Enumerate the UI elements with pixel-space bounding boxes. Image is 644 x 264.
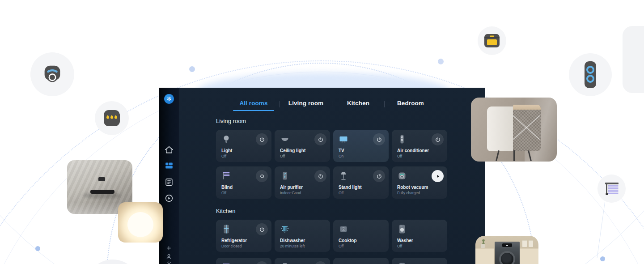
power-button[interactable] (256, 261, 268, 264)
power-button[interactable] (373, 170, 385, 182)
device-card-stand-light[interactable]: Stand lightOff (333, 166, 389, 199)
device-grid: RefrigeratorDoor closedDishwasher20 minu… (216, 220, 447, 252)
device-name: Dishwasher (280, 238, 305, 243)
add-icon[interactable] (165, 244, 173, 252)
open-close-button[interactable] (256, 170, 268, 182)
stand-light-icon (338, 170, 349, 181)
device-name: Light (221, 148, 232, 153)
decor-dot (438, 59, 444, 64)
dashboard-icon[interactable] (164, 161, 174, 170)
decor-dot (35, 246, 40, 251)
device-name: Refrigerator (221, 238, 247, 243)
device-card-blind[interactable]: BlindOff (216, 166, 271, 199)
robot-vacuum-icon (397, 170, 407, 181)
room-tabs: All roomsLiving roomKitchenBedroom (179, 98, 485, 111)
air-purifier-icon (280, 170, 290, 181)
section-living-room: Living roomLightOffCeiling lightOffTVOnA… (216, 118, 447, 199)
device-name: Air purifier (280, 185, 303, 190)
device-card-air-purifier[interactable]: Air purifierIndoor:Good (275, 166, 330, 199)
washer-icon (397, 262, 407, 264)
page: ✻ (0, 0, 644, 264)
blind-icon (597, 175, 626, 203)
power-button[interactable] (256, 223, 268, 235)
stand-light-icon (280, 262, 290, 264)
lamp-photo (118, 202, 163, 243)
device-card-washer[interactable]: WasherOff (392, 220, 447, 252)
device-name: Air conditioner (397, 148, 429, 153)
active-tab-underline (233, 110, 274, 111)
device-name: Stand light (339, 185, 362, 190)
decor-dot (600, 256, 605, 261)
play-button[interactable] (432, 170, 444, 182)
power-button[interactable] (314, 261, 326, 264)
power-button[interactable] (432, 133, 444, 145)
washer-icon (397, 224, 407, 234)
home-icon[interactable] (164, 145, 174, 155)
device-card-air-conditioner[interactable]: Air conditionerOff (392, 130, 447, 162)
power-button[interactable] (314, 170, 326, 182)
washer-photo (475, 236, 538, 264)
media-play-icon[interactable] (164, 193, 174, 203)
devices-list-icon[interactable] (164, 177, 174, 187)
device-card-dishwasher[interactable]: Dishwasher20 minutes left (275, 220, 330, 252)
device-card-refrigerator[interactable]: RefrigeratorDoor closed (216, 220, 271, 252)
tab-living-room[interactable]: Living room (280, 98, 332, 111)
cooktop-icon (338, 224, 349, 234)
section-title: Living room (216, 118, 447, 124)
device-status: Off (397, 244, 402, 248)
device-status: Off (397, 154, 402, 158)
device-card[interactable] (216, 258, 271, 264)
device-status: Off (280, 154, 285, 158)
device-name: Robot vacuum (397, 185, 428, 190)
robot-vacuum-icon (30, 52, 74, 96)
tab-label: Living room (288, 100, 323, 106)
device-grid (216, 258, 447, 264)
device-status: Off (339, 244, 343, 248)
device-card[interactable] (392, 258, 447, 264)
remote-icon (569, 53, 612, 96)
device-status: Off (221, 154, 226, 158)
blind-icon (221, 262, 232, 264)
device-name: TV (339, 148, 344, 153)
oven-icon (478, 26, 506, 55)
tv-icon (338, 134, 349, 145)
device-card[interactable] (275, 258, 330, 264)
cooktop-icon (338, 262, 349, 264)
device-card[interactable] (333, 258, 389, 264)
refrigerator-icon (221, 224, 232, 234)
device-status: Off (221, 191, 226, 195)
device-status: Door closed (221, 244, 242, 248)
tab-label: All rooms (239, 100, 267, 106)
tab-bedroom[interactable]: Bedroom (385, 98, 436, 111)
device-name: Ceiling light (280, 148, 305, 153)
blind-icon (221, 170, 232, 181)
decor-dot (189, 66, 195, 72)
power-button[interactable] (256, 133, 268, 145)
device-card-tv[interactable]: TVOn (333, 130, 389, 162)
tab-kitchen[interactable]: Kitchen (332, 98, 384, 111)
profile-icon[interactable] (165, 253, 173, 260)
section-partial (216, 258, 447, 264)
ceiling-light-icon (280, 134, 290, 145)
power-button[interactable] (314, 133, 326, 145)
device-name: Blind (221, 185, 233, 190)
device-name: Cooktop (339, 238, 357, 243)
device-card-light[interactable]: LightOff (216, 130, 271, 162)
settings-icon[interactable] (165, 260, 173, 264)
power-button[interactable] (373, 133, 385, 145)
device-grid: LightOffCeiling lightOffTVOnAir conditio… (216, 130, 447, 199)
smartthings-logo-icon[interactable]: ✻ (164, 94, 174, 104)
device-card-ceiling-light[interactable]: Ceiling lightOff (275, 130, 330, 162)
device-card-cooktop[interactable]: CooktopOff (333, 220, 389, 252)
air-conditioner-icon (397, 134, 407, 145)
tab-all-rooms[interactable]: All rooms (228, 98, 280, 111)
device-name: Washer (397, 238, 413, 243)
section-title: Kitchen (216, 208, 447, 214)
tab-label: Bedroom (397, 100, 424, 106)
device-card-robot-vacuum[interactable]: Robot vacuumFully charged (392, 166, 447, 199)
tab-label: Kitchen (347, 100, 369, 106)
decor-edge-card (623, 26, 644, 93)
device-status: Indoor:Good (280, 191, 301, 195)
air-purifier-photo (471, 98, 557, 162)
device-status: On (339, 154, 343, 158)
